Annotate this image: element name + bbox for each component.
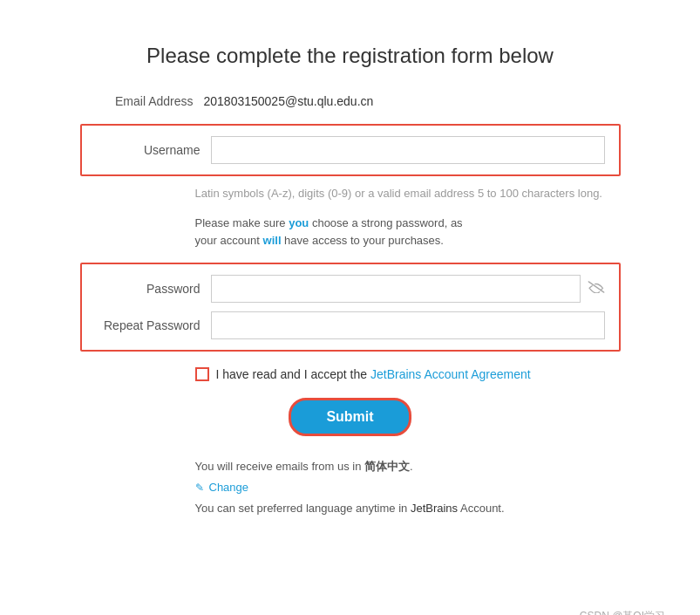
email-row: Email Address 201803150025@stu.qlu.edu.c… [80, 94, 621, 108]
footer-period: . [410, 460, 413, 473]
page-title: Please complete the registration form be… [52, 44, 648, 68]
password-section: Password Repeat Password [80, 263, 621, 352]
agreement-checkbox[interactable] [195, 367, 209, 381]
submit-button[interactable]: Submit [289, 398, 411, 436]
registration-form: Email Address 201803150025@stu.qlu.edu.c… [80, 94, 621, 518]
username-section: Username [80, 124, 621, 176]
email-label: Email Address [89, 94, 194, 108]
footer-line3-before: You can set preferred language anytime i… [195, 502, 411, 515]
repeat-password-input[interactable] [211, 311, 605, 339]
username-input[interactable] [211, 136, 605, 164]
password-hint-text: Please make sure you choose a strong pas… [195, 215, 621, 251]
username-row: Username [96, 136, 605, 164]
will-highlight: will [263, 234, 282, 247]
footer-text: You will receive emails from us in 简体中文.… [195, 457, 621, 518]
toggle-password-icon[interactable] [588, 281, 605, 297]
username-label: Username [96, 143, 200, 157]
username-hint: Latin symbols (A-z), digits (0-9) or a v… [195, 185, 621, 202]
change-link[interactable]: Change [209, 478, 249, 497]
change-row: ✎ Change [195, 478, 621, 497]
footer-line1: You will receive emails from us in 简体中文. [195, 457, 621, 476]
footer-jetbrains-link: JetBrains [411, 502, 458, 515]
email-value: 201803150025@stu.qlu.edu.cn [204, 94, 374, 108]
footer-line3: You can set preferred language anytime i… [195, 499, 621, 518]
password-row: Password [96, 275, 605, 303]
repeat-password-label: Repeat Password [96, 318, 200, 332]
footer-line3-after: Account. [458, 502, 504, 515]
watermark: CSDN @基QI学习 [580, 609, 665, 615]
edit-icon: ✎ [195, 479, 204, 496]
footer-line1-text: You will receive emails from us in [195, 460, 365, 473]
agreement-text-before: I have read and I accept the [216, 367, 370, 381]
password-input[interactable] [211, 275, 581, 303]
password-label: Password [96, 282, 200, 296]
agreement-link[interactable]: JetBrains Account Agreement [370, 367, 531, 381]
submit-row: Submit [80, 398, 621, 436]
you-highlight: you [289, 216, 309, 229]
agreement-row: I have read and I accept the JetBrains A… [195, 366, 621, 384]
footer-language: 简体中文 [364, 460, 410, 473]
repeat-password-row: Repeat Password [96, 311, 605, 339]
agreement-label: I have read and I accept the JetBrains A… [216, 366, 531, 384]
